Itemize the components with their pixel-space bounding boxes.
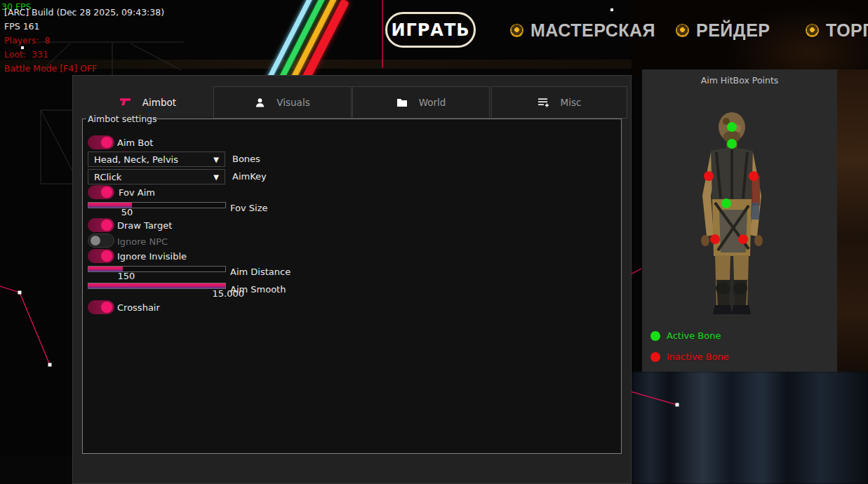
- person-icon: [255, 98, 265, 108]
- bone-dot-left-shoulder: [704, 171, 714, 181]
- slider-fill: [88, 283, 225, 288]
- draw-target-label: Draw Target: [117, 220, 172, 231]
- aim-smooth-value: 15.000: [188, 288, 244, 299]
- tab-world[interactable]: World: [352, 86, 490, 119]
- toggle-knob: [91, 236, 100, 246]
- bones-dropdown[interactable]: Head, Neck, Pelvis ▼: [88, 152, 225, 167]
- battle-mode-status: Battle Mode [F4] OFF: [4, 63, 97, 74]
- fov-size-value: 50: [99, 207, 155, 217]
- crosshair-toggle[interactable]: [88, 300, 114, 314]
- toggle-knob: [101, 302, 112, 313]
- bone-dot-right-shoulder: [749, 171, 759, 181]
- bone-dot-left-thigh: [710, 234, 720, 244]
- menu-item-label: РЕЙДЕР: [696, 20, 770, 41]
- bone-dot-pelvis: [721, 199, 731, 208]
- aim-bot-toggle[interactable]: [88, 135, 114, 149]
- fov-aim-toggle[interactable]: [88, 185, 114, 199]
- fov-size-label: Fov Size: [230, 203, 267, 213]
- menu-item-trader[interactable]: ТОРГО: [806, 20, 868, 41]
- build-info: [ARC] Build (Dec 28 2025, 09:43:38): [4, 7, 164, 18]
- groupbox-title: Aimbot settings: [88, 114, 157, 124]
- filter-plus-icon: [538, 98, 549, 108]
- aim-bot-label: Aim Bot: [117, 137, 153, 148]
- players-count: Players: 8: [4, 35, 51, 46]
- coin-icon: [676, 24, 689, 37]
- toggle-knob: [101, 220, 112, 231]
- scene-background: [632, 372, 868, 484]
- game-fps: FPS 161: [4, 21, 40, 32]
- tab-label: Misc: [561, 97, 582, 108]
- bone-dot-head: [727, 122, 737, 132]
- play-button-label: ИГРАТЬ: [391, 20, 469, 40]
- aimkey-label: AimKey: [232, 171, 267, 182]
- active-bone-dot-icon: [650, 331, 660, 341]
- folder-icon: [396, 98, 408, 107]
- fov-aim-label: Fov Aim: [119, 187, 155, 198]
- ignore-npc-label: Ignore NPC: [117, 236, 168, 247]
- toggle-knob: [101, 137, 112, 148]
- crosshair-label: Crosshair: [117, 302, 160, 313]
- legend-active-bone: Active Bone: [650, 330, 721, 341]
- menu-item-workshop[interactable]: МАСТЕРСКАЯ: [510, 20, 655, 41]
- menu-item-raider[interactable]: РЕЙДЕР: [676, 20, 770, 41]
- chevron-down-icon: ▼: [213, 156, 219, 163]
- legend-label: Inactive Bone: [667, 351, 729, 362]
- toggle-knob: [101, 187, 112, 198]
- tab-visuals[interactable]: Visuals: [213, 86, 352, 119]
- tab-misc[interactable]: Misc: [491, 86, 627, 119]
- loot-count: Loot: 331: [4, 49, 48, 60]
- hitbox-panel: Aim HitBox Points: [642, 69, 837, 372]
- pistol-icon: [119, 98, 131, 107]
- bones-dropdown-value: Head, Neck, Pelvis: [94, 154, 213, 165]
- ignore-invisible-label: Ignore Invisible: [117, 251, 187, 262]
- bones-label: Bones: [232, 154, 260, 164]
- groupbox-border: [82, 119, 86, 119]
- menu-item-label: ТОРГО: [826, 20, 868, 41]
- legend-label: Active Bone: [667, 330, 721, 341]
- aimkey-dropdown-value: RClick: [94, 172, 213, 182]
- groupbox-border: [154, 119, 622, 119]
- cheat-menu-panel: Aimbot Visuals World Misc: [72, 75, 632, 484]
- hitbox-panel-title: Aim HitBox Points: [642, 75, 837, 86]
- coin-icon: [510, 24, 523, 37]
- legend-inactive-bone: Inactive Bone: [650, 351, 729, 362]
- tab-label: Visuals: [276, 97, 309, 108]
- tab-label: Aimbot: [142, 97, 176, 108]
- scene-background: [0, 456, 72, 484]
- scene-background: [837, 69, 868, 372]
- menu-item-label: МАСТЕРСКАЯ: [530, 20, 655, 41]
- tab-label: World: [419, 97, 446, 108]
- game-screen: 30 FPS [ARC] Build (Dec 28 2025, 09:43:3…: [0, 0, 868, 484]
- ignore-invisible-toggle[interactable]: [88, 249, 114, 263]
- aim-distance-label: Aim Distance: [230, 267, 291, 277]
- draw-target-toggle[interactable]: [88, 218, 114, 232]
- aimkey-dropdown[interactable]: RClick ▼: [88, 169, 225, 184]
- bone-dot-neck: [727, 139, 737, 149]
- aim-distance-value: 150: [98, 271, 154, 281]
- play-button[interactable]: ИГРАТЬ: [385, 12, 476, 48]
- toggle-knob: [101, 250, 112, 262]
- inactive-bone-dot-icon: [650, 352, 660, 362]
- ignore-npc-toggle[interactable]: [88, 234, 114, 248]
- coin-icon: [806, 24, 819, 37]
- bone-dot-right-thigh: [738, 234, 748, 244]
- chevron-down-icon: ▼: [213, 173, 219, 181]
